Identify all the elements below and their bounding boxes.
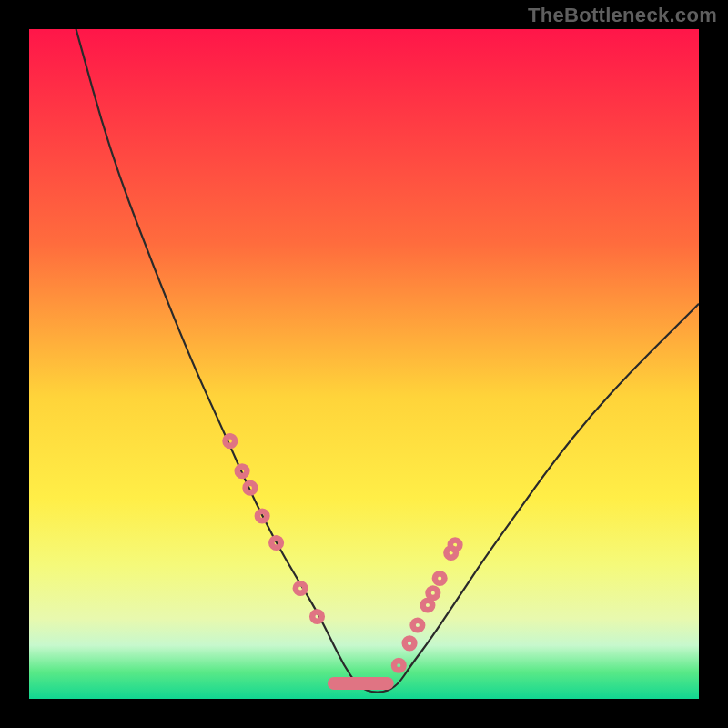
marker-group: [226, 436, 460, 670]
data-marker: [296, 583, 306, 593]
data-marker: [394, 661, 404, 671]
data-marker: [312, 612, 322, 622]
data-marker: [450, 540, 460, 550]
data-marker: [413, 621, 423, 631]
watermark-text: TheBottleneck.com: [528, 4, 717, 27]
data-marker: [423, 601, 433, 611]
chart-svg: [29, 29, 699, 699]
data-marker: [226, 436, 236, 446]
chart-plot-area: [29, 29, 699, 699]
data-marker: [435, 573, 445, 583]
data-marker: [405, 639, 415, 649]
data-marker: [429, 588, 439, 598]
bottleneck-curve: [76, 29, 699, 693]
data-marker: [246, 483, 256, 493]
